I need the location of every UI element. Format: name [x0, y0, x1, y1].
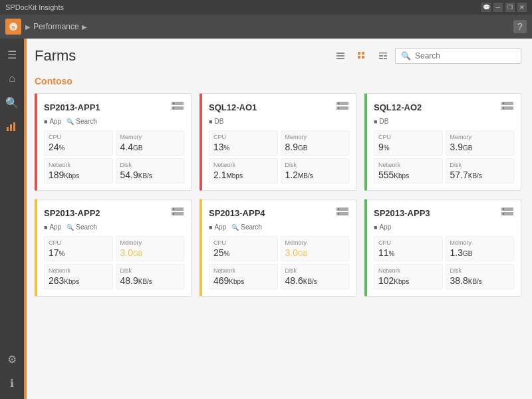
svg-rect-15	[379, 58, 383, 59]
metric-cpu-sp2013-app1: CPU24%	[44, 130, 113, 156]
svg-rect-14	[384, 55, 387, 57]
sidebar-item-performance[interactable]	[1, 116, 23, 137]
metric-memory-sp2013-app2: Memory3.0GB	[116, 236, 185, 261]
minimize-button[interactable]: ─	[493, 3, 503, 12]
svg-rect-30	[173, 209, 174, 210]
breadcrumb-arrow2: ▶	[82, 23, 87, 31]
metric-network-sql12-ao1: Network2.1Mbps	[209, 158, 278, 184]
header-bar: S ▶ Performance ▶ ?	[0, 15, 532, 39]
svg-rect-18	[173, 103, 174, 104]
metric-label-network: Network	[378, 162, 438, 168]
content-area: Farms	[24, 39, 532, 399]
metric-disk-sp2013-app3: Disk38.8KB/s	[446, 264, 515, 289]
metric-label-memory: Memory	[120, 134, 180, 140]
svg-rect-20	[173, 108, 174, 109]
table-view-button[interactable]	[374, 47, 392, 65]
metric-label-memory: Memory	[120, 239, 180, 246]
metric-label-network: Network	[49, 267, 108, 274]
svg-rect-4	[13, 122, 15, 131]
metric-label-disk: Disk	[120, 162, 180, 168]
metric-value-disk: 57.7KB/s	[450, 170, 510, 180]
server-card-sp2013-app4[interactable]: SP2013-APP4■ App🔍 SearchCPU25%Memory3.0G…	[200, 199, 356, 297]
server-card-sp2013-app3[interactable]: SP2013-APP3■ AppCPU11%Memory1.3GBNetwork…	[364, 199, 521, 297]
svg-rect-26	[503, 103, 504, 104]
server-card-sql12-ao2[interactable]: SQL12-AO2■ DBCPU9%Memory3.9GBNetwork555K…	[364, 93, 521, 191]
server-card-sql12-ao1[interactable]: SQL12-AO1■ DBCPU13%Memory8.9GBNetwork2.1…	[200, 93, 356, 191]
metric-cpu-sql12-ao2: CPU9%	[374, 130, 443, 156]
card-metrics-sql12-ao2: CPU9%Memory3.9GBNetwork555KbpsDisk57.7KB…	[374, 130, 514, 184]
metric-disk-sql12-ao1: Disk1.2MB/s	[281, 158, 350, 184]
metric-cpu-sp2013-app3: CPU11%	[374, 236, 443, 261]
chat-button[interactable]: 💬	[481, 3, 491, 12]
metric-value-disk: 38.8KB/s	[450, 275, 510, 286]
metric-label-disk: Disk	[450, 162, 510, 168]
sidebar-item-home[interactable]: ⌂	[1, 68, 23, 89]
svg-rect-34	[338, 209, 339, 210]
metric-value-cpu: 9%	[378, 142, 438, 152]
metric-value-network: 189Kbps	[49, 170, 108, 180]
metric-label-network: Network	[49, 162, 108, 168]
restore-button[interactable]: ❐	[505, 3, 515, 12]
metric-network-sql12-ao2: Network555Kbps	[374, 158, 443, 184]
tag-icon: 🔍	[66, 118, 74, 125]
metric-disk-sp2013-app1: Disk54.9KB/s	[116, 158, 185, 184]
close-button[interactable]: ✕	[517, 3, 527, 12]
card-tags-sp2013-app1: ■ App🔍 Search	[44, 118, 184, 125]
card-tag-app: ■ App	[44, 223, 61, 231]
metric-label-cpu: CPU	[378, 134, 438, 140]
server-icon-sql12-ao2	[501, 100, 514, 114]
metric-memory-sql12-ao1: Memory8.9GB	[281, 130, 350, 156]
metric-value-network: 263Kbps	[49, 275, 108, 286]
metric-label-memory: Memory	[450, 239, 510, 246]
metric-label-network: Network	[213, 162, 273, 168]
metric-cpu-sp2013-app2: CPU17%	[44, 236, 113, 261]
sidebar-item-search[interactable]: 🔍	[1, 92, 23, 113]
metric-memory-sp2013-app1: Memory4.4GB	[116, 130, 185, 156]
group-label-contoso: Contoso	[35, 76, 521, 86]
card-metrics-sp2013-app1: CPU24%Memory4.4GBNetwork189KbpsDisk54.9K…	[44, 130, 184, 184]
card-tag-search: 🔍 Search	[66, 223, 97, 231]
card-header-sp2013-app2: SP2013-APP2	[44, 206, 184, 219]
server-card-sp2013-app2[interactable]: SP2013-APP2■ App🔍 SearchCPU17%Memory3.0G…	[35, 199, 192, 297]
metric-cpu-sp2013-app4: CPU25%	[209, 236, 278, 261]
server-card-sp2013-app1[interactable]: SP2013-APP1■ App🔍 SearchCPU24%Memory4.4G…	[35, 93, 192, 191]
card-header-sql12-ao1: SQL12-AO1	[209, 100, 349, 114]
sidebar-item-settings[interactable]: ⚙	[1, 348, 23, 370]
svg-rect-6	[336, 55, 344, 57]
metric-value-disk: 1.2MB/s	[285, 170, 345, 180]
svg-rect-8	[358, 52, 360, 55]
app-title: SPDocKit Insights	[5, 3, 481, 11]
metric-label-memory: Memory	[285, 134, 345, 140]
search-input[interactable]	[415, 51, 515, 61]
card-tag-search: 🔍 Search	[66, 118, 97, 125]
card-tag-app: ■ App	[209, 223, 226, 231]
tile-view-button[interactable]	[352, 47, 371, 65]
metric-network-sp2013-app4: Network469Kbps	[209, 264, 278, 289]
content-scroll[interactable]: ContosoSP2013-APP1■ App🔍 SearchCPU24%Mem…	[24, 70, 532, 399]
sidebar-item-menu[interactable]: ☰	[1, 44, 23, 65]
sidebar-item-info[interactable]: ℹ	[1, 372, 23, 394]
server-icon-sp2013-app4	[336, 206, 349, 219]
breadcrumb-performance[interactable]: Performance	[33, 22, 79, 31]
svg-rect-2	[7, 127, 9, 131]
metric-label-memory: Memory	[450, 134, 510, 140]
server-icon-sp2013-app3	[501, 206, 514, 219]
title-bar: SPDocKit Insights 💬 ─ ❐ ✕	[0, 0, 532, 15]
svg-rect-12	[379, 52, 387, 54]
card-tag-db: ■ DB	[209, 118, 223, 125]
server-icon-sql12-ao1	[336, 100, 349, 114]
help-button[interactable]: ?	[513, 20, 527, 33]
list-view-button[interactable]	[331, 47, 350, 65]
metric-value-cpu: 25%	[213, 247, 273, 258]
tag-icon: ■	[374, 118, 377, 125]
metric-disk-sql12-ao2: Disk57.7KB/s	[446, 158, 515, 184]
server-name-sql12-ao1: SQL12-AO1	[209, 102, 257, 112]
card-header-sql12-ao2: SQL12-AO2	[374, 100, 514, 114]
metric-label-cpu: CPU	[213, 134, 273, 140]
card-header-sp2013-app3: SP2013-APP3	[374, 206, 514, 219]
card-metrics-sp2013-app4: CPU25%Memory3.0GBNetwork469KbpsDisk48.6K…	[209, 236, 349, 289]
metric-value-cpu: 13%	[213, 142, 273, 152]
tag-icon: ■	[44, 224, 47, 231]
window-controls: 💬 ─ ❐ ✕	[481, 3, 527, 12]
metric-disk-sp2013-app2: Disk48.9KB/s	[116, 264, 185, 289]
